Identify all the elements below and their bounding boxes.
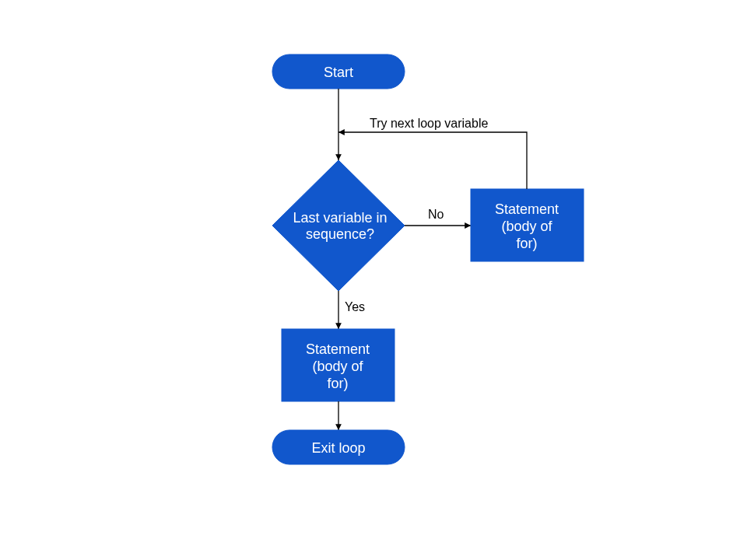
node-start: Start [272, 54, 405, 89]
node-body-right-l3: for) [517, 236, 538, 251]
node-body-below-l2: (body of [312, 359, 363, 374]
node-body-below-l1: Statement [306, 341, 370, 357]
node-body-right-l1: Statement [495, 201, 559, 217]
edge-label-yes: Yes [345, 300, 365, 313]
node-body-right-l2: (body of [501, 219, 552, 234]
node-decision: Last variable in sequence? [272, 160, 405, 291]
flowchart-canvas: Start Last variable in sequence? No Stat… [0, 0, 747, 560]
node-body-right: Statement (body of for) [471, 189, 584, 261]
node-body-below: Statement (body of for) [282, 329, 395, 401]
node-exit: Exit loop [272, 430, 405, 464]
node-start-label: Start [324, 65, 353, 80]
node-decision-label-2: sequence? [306, 226, 374, 242]
edge-loopback [338, 132, 527, 189]
node-body-below-l3: for) [328, 376, 349, 391]
edge-label-loopback: Try next loop variable [370, 117, 488, 130]
node-exit-label: Exit loop [311, 440, 365, 456]
node-decision-label-1: Last variable in [293, 210, 387, 226]
edge-label-no: No [428, 208, 444, 221]
